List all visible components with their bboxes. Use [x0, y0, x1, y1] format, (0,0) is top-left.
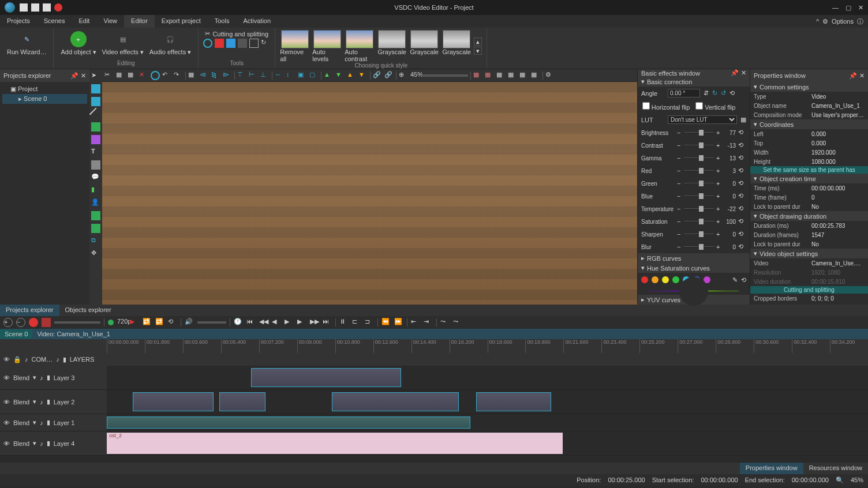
prev-frame-icon[interactable]: ◀◀ [259, 318, 268, 327]
maximize-icon[interactable]: ▢ [845, 4, 851, 12]
property-row[interactable]: Type Video [750, 92, 868, 101]
slider-track[interactable] [684, 157, 714, 159]
tab-objects-explorer[interactable]: Objects explorer [59, 305, 117, 316]
step-fwd-icon[interactable]: ▶ [297, 318, 306, 327]
ungroup-icon[interactable]: ▢ [309, 71, 319, 80]
drawing-header[interactable]: ▾ Object drawing duration [750, 211, 868, 221]
grid-icon[interactable]: ▦ [188, 71, 197, 80]
shape-icon[interactable] [91, 135, 100, 144]
panel-close-icon[interactable]: ✕ [859, 72, 865, 80]
close-icon[interactable]: ✕ [858, 4, 863, 12]
chevron-down-icon[interactable]: ▾ [33, 398, 36, 406]
plus-icon[interactable]: + [716, 231, 721, 238]
minus-icon[interactable]: − [677, 129, 682, 136]
volume-slider[interactable] [197, 321, 226, 324]
layer-name[interactable]: Layer 2 [54, 399, 75, 406]
property-value[interactable]: 00:00:25.783 [811, 223, 865, 229]
property-row[interactable]: Cropped borders 0; 0; 0; 0 [750, 294, 868, 303]
slider-track[interactable] [684, 132, 714, 133]
audio-icon[interactable] [91, 211, 100, 220]
plus-icon[interactable]: + [716, 155, 721, 162]
cut-split-link[interactable]: Cutting and splitting [750, 286, 868, 294]
eq-icon[interactable]: ♪ [40, 374, 43, 381]
style-grayscale-1[interactable]: Grayscale [377, 30, 407, 62]
counter-icon[interactable]: ⧉ [91, 237, 100, 246]
rotate-ccw-icon[interactable]: ↺ [721, 89, 726, 97]
qa-new-icon[interactable] [20, 3, 28, 12]
property-row[interactable]: Resolution 1920; 1080 [750, 268, 868, 277]
cut-in-icon[interactable]: ⇤ [411, 318, 420, 327]
property-row[interactable]: Lock to parent dur No [750, 202, 868, 211]
jump-prev-icon[interactable]: ⏪ [381, 318, 391, 327]
property-value[interactable]: Camera_In_Use.mp4 [811, 260, 865, 266]
play-red-icon[interactable]: ▶ [130, 318, 139, 327]
goto-end-icon[interactable]: ⏭ [323, 318, 332, 327]
property-value[interactable]: 00:00:15.810 [811, 279, 865, 285]
cut-out-icon[interactable]: ⇥ [424, 318, 433, 327]
slider-track[interactable] [684, 183, 714, 184]
rotate-icon[interactable]: ↻ [261, 39, 270, 48]
color-dot[interactable] [672, 276, 679, 283]
delete-icon[interactable]: ✕ [139, 71, 148, 80]
plus-icon[interactable]: + [716, 129, 721, 136]
crumb-video[interactable]: Video: Camera_In_Use_1 [32, 329, 114, 339]
eye-icon[interactable]: 👁 [3, 374, 10, 381]
remove-track-icon[interactable]: − [16, 318, 25, 327]
step-back-icon[interactable]: ◀ [272, 318, 281, 327]
property-value[interactable]: 1080.000 [811, 159, 865, 165]
track-body[interactable] [107, 390, 868, 414]
property-value[interactable]: No [811, 204, 865, 210]
next-frame-icon[interactable]: ▶▶ [310, 318, 319, 327]
marker-dark-icon[interactable] [238, 39, 247, 48]
property-value[interactable]: 1920.000 [811, 149, 865, 156]
minus-icon[interactable]: − [677, 155, 682, 162]
reset-icon[interactable]: ⟲ [738, 230, 746, 238]
add-object-button[interactable]: ＋ Add object ▾ [58, 30, 98, 57]
slider-track[interactable] [684, 208, 714, 209]
reset-icon[interactable]: ⟲ [738, 217, 746, 226]
chat-icon[interactable]: 💬 [91, 173, 100, 182]
gear-icon[interactable]: ⚙ [822, 18, 828, 25]
eye-icon[interactable]: 👁 [3, 399, 10, 406]
layer-name[interactable]: Layer 4 [54, 440, 75, 447]
menu-projects[interactable]: Projects [0, 15, 37, 28]
goto-start-icon[interactable]: ⏮ [246, 318, 256, 327]
plus-icon[interactable]: + [716, 167, 721, 174]
eq-icon[interactable]: ♪ [40, 440, 43, 447]
undo-icon[interactable]: ↶ [162, 71, 171, 80]
menu-view[interactable]: View [96, 15, 124, 28]
redo-icon[interactable]: ↷ [174, 71, 183, 80]
panel-close-icon[interactable]: ✕ [81, 72, 86, 80]
circle-icon[interactable] [151, 71, 160, 80]
property-row[interactable]: Object name Camera_In_Use_1 [750, 101, 868, 110]
slider-track[interactable] [684, 170, 714, 171]
volume-icon[interactable]: 🔊 [185, 318, 194, 327]
minus-icon[interactable]: − [677, 218, 682, 225]
rect-icon[interactable] [91, 84, 100, 93]
lock-icon[interactable]: 🔒 [13, 356, 21, 363]
property-row[interactable]: Composition mode Use layer's properties [750, 110, 868, 119]
rotate-cw-icon[interactable]: ↻ [712, 89, 717, 97]
person-icon[interactable]: 👤 [91, 198, 100, 208]
color-dot[interactable] [662, 276, 669, 283]
status-zoom-icon[interactable]: 🔍 [836, 476, 844, 484]
layer-name[interactable]: Layer 3 [54, 374, 75, 381]
link-clip-icon[interactable]: ⤳ [440, 318, 450, 327]
qa-record-icon[interactable] [54, 3, 62, 12]
options-label[interactable]: Options [832, 18, 854, 25]
mark-in-icon[interactable]: ⊏ [352, 318, 361, 327]
dist-v-icon[interactable]: ↕ [286, 71, 295, 80]
zoom-slider[interactable] [422, 74, 468, 77]
rgb-curves-header[interactable]: ▸ RGB curves [638, 253, 750, 263]
property-value[interactable]: 1920; 1080 [811, 269, 865, 276]
minus-icon[interactable]: − [677, 231, 682, 238]
property-row[interactable]: Video Camera_In_Use.mp4 [750, 258, 868, 268]
quality-icon[interactable] [108, 320, 114, 325]
reset-icon[interactable]: ⟲ [738, 179, 746, 187]
rect2-icon[interactable] [91, 97, 100, 106]
dist-h-icon[interactable]: ↔ [275, 71, 284, 80]
coords-header[interactable]: ▾ Coordinates [750, 119, 868, 129]
crop-icon[interactable] [249, 39, 259, 48]
marker-icon[interactable] [42, 318, 51, 327]
play-icon[interactable]: ▶ [285, 318, 294, 327]
